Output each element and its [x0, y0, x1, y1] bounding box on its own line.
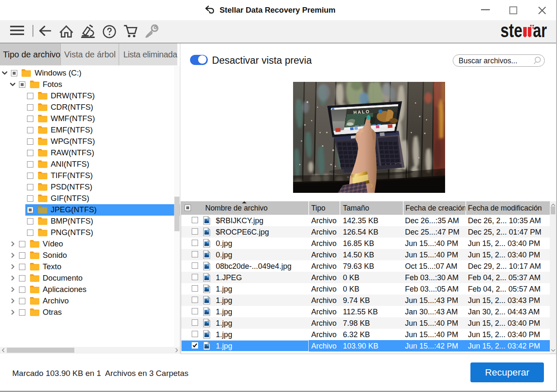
svg-text:ar: ar [533, 21, 547, 40]
svg-text:ste: ste [500, 21, 522, 40]
svg-text:HALO: HALO [353, 109, 370, 115]
